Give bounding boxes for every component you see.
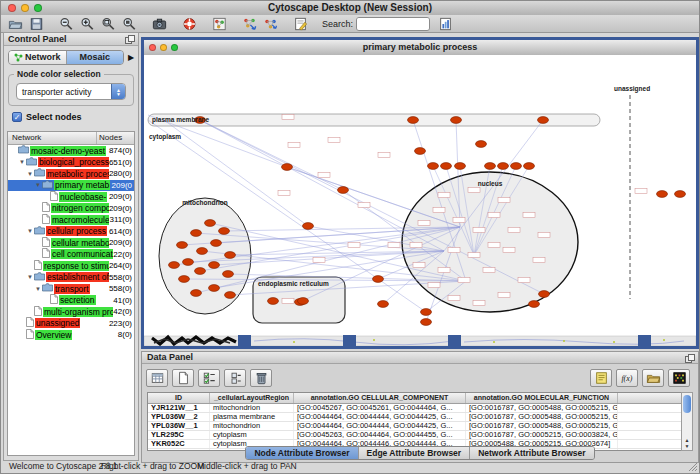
node-color-selection-group: Node color selection transporter activit… <box>8 74 134 106</box>
network-label: macromolecule <box>51 215 109 225</box>
matrix-icon[interactable] <box>668 369 690 387</box>
tree-row[interactable]: Overview8(0) <box>8 329 134 341</box>
table-row[interactable]: YJR121W__1mitochondrion[GO:0045267, GO:0… <box>148 404 682 413</box>
tree-row[interactable]: cell communicat22(0) <box>8 249 134 261</box>
function-icon[interactable]: f(x) <box>616 369 638 387</box>
column-header[interactable]: ID <box>148 393 210 403</box>
browser-tabs: Node Attribute BrowserEdge Attribute Bro… <box>142 446 698 460</box>
column-header[interactable]: annotation.GO CELLULAR_COMPONENT <box>294 393 466 403</box>
help-icon[interactable] <box>180 16 199 32</box>
attribute-pair-icon[interactable] <box>224 369 246 387</box>
save-icon[interactable] <box>27 16 46 32</box>
svg-text:plasma membrane: plasma membrane <box>152 116 209 124</box>
node-count: 8(0) <box>118 330 134 339</box>
tree-row[interactable]: ▼establishment of lo558(0) <box>8 272 134 284</box>
tree-row[interactable]: response to stimul264(0) <box>8 260 134 272</box>
disclosure-triangle-icon[interactable]: ▼ <box>26 228 34 234</box>
import-folder-icon[interactable] <box>642 369 664 387</box>
attribute-checklist-icon[interactable] <box>198 369 220 387</box>
network-view-title: primary metabolic process <box>144 42 696 52</box>
tree-row[interactable]: ▼transport558(0) <box>8 283 134 295</box>
attribute-browser-icon[interactable] <box>436 16 455 32</box>
network-label: nucleobase- <box>59 192 107 202</box>
tree-row[interactable]: secretion41(0) <box>8 295 134 307</box>
delete-attribute-icon[interactable] <box>250 369 272 387</box>
tree-row[interactable]: ▼primary metab209(0 <box>8 180 134 192</box>
data-panel-toolbar: f(x) <box>146 368 694 388</box>
more-tabs-icon[interactable]: ▶ <box>126 53 136 62</box>
tab-network-attribute-browser[interactable]: Network Attribute Browser <box>470 447 593 459</box>
select-attributes-icon[interactable] <box>146 369 168 387</box>
network-label: unassigned <box>35 318 80 328</box>
tree-row[interactable]: ▼biological_process651(0) <box>8 157 134 169</box>
network-label: secretion <box>59 295 96 305</box>
search-combobox[interactable]: ▾ <box>356 17 430 31</box>
network-label: transport <box>54 284 90 294</box>
folder-icon <box>42 180 53 191</box>
tree-row[interactable]: multi-organism pro42(0) <box>8 306 134 318</box>
open-icon[interactable] <box>6 16 25 32</box>
disclosure-triangle-icon[interactable]: ▼ <box>26 171 34 177</box>
table-row[interactable]: YLR295Ccytoplasm[GO:0045263, GO:0044464,… <box>148 431 682 440</box>
table-scrollbar[interactable]: ▲▼ <box>681 392 693 451</box>
layout-network-icon[interactable] <box>240 16 259 32</box>
layout-arrange-icon[interactable] <box>261 16 280 32</box>
network-label: biological_process <box>38 157 109 167</box>
table-cell: [GO:0045267, GO:0045261, GO:0044464, G..… <box>294 404 466 412</box>
tree-column-nodes[interactable]: Nodes <box>97 132 134 144</box>
tab-network[interactable]: Network <box>9 51 67 64</box>
tab-node-attribute-browser[interactable]: Node Attribute Browser <box>246 447 358 459</box>
disclosure-triangle-icon[interactable]: ▼ <box>18 159 26 165</box>
window-titlebar[interactable]: Cytoscape Desktop (New Session) <box>1 1 699 16</box>
network-canvas[interactable]: plasma membranecytoplasmmitochondrionnuc… <box>144 55 696 346</box>
create-attribute-icon[interactable] <box>172 369 194 387</box>
tree-row[interactable]: ▼metabolic process280(0) <box>8 168 134 180</box>
vizmapper-icon[interactable] <box>210 16 229 32</box>
table-row[interactable]: YPL036W__2plasma membrane[GO:0044464, GO… <box>148 413 682 422</box>
node-color-dropdown[interactable]: transporter activity ▲▼ <box>16 83 126 100</box>
network-label: cell communicat <box>51 249 113 259</box>
tree-row[interactable]: macromolecule311(0) <box>8 214 134 226</box>
zoom-selected-icon[interactable] <box>120 16 139 32</box>
zoom-fit-icon[interactable] <box>99 16 118 32</box>
tree-row[interactable]: nitrogen compo209(0) <box>8 203 134 215</box>
network-label: cellular metabo <box>51 238 109 248</box>
resize-grip[interactable] <box>688 462 698 472</box>
network-label: mosaic-demo-yeast <box>30 146 106 156</box>
tree-row[interactable]: mosaic-demo-yeast874(0) <box>8 145 134 157</box>
table-cell: YJR121W__1 <box>148 404 210 412</box>
float-panel-icon[interactable] <box>125 35 135 44</box>
disclosure-triangle-icon[interactable]: ▼ <box>34 286 42 292</box>
table-cell: [GO:0016787, GO:0005488, GO:0005215, G..… <box>466 422 618 430</box>
column-header[interactable]: annotation.GO MOLECULAR_FUNCTION <box>466 393 618 403</box>
tree-row[interactable]: unassigned223(0) <box>8 318 134 330</box>
notes-icon[interactable] <box>590 369 612 387</box>
table-row[interactable]: YPL036W__1mitochondrion[GO:0044464, GO:0… <box>148 422 682 431</box>
annotation-icon[interactable] <box>291 16 310 32</box>
snapshot-icon[interactable] <box>150 16 169 32</box>
network-label: cellular process <box>46 226 107 236</box>
tab-edge-attribute-browser[interactable]: Edge Attribute Browser <box>359 447 471 459</box>
search-input[interactable] <box>357 18 430 30</box>
tab-mosaic[interactable]: Mosaic <box>67 51 124 64</box>
zoom-in-icon[interactable] <box>78 16 97 32</box>
select-nodes-label: Select nodes <box>26 112 82 122</box>
column-header[interactable]: _cellularLayoutRegion <box>210 393 294 403</box>
disclosure-triangle-icon[interactable]: ▼ <box>26 274 34 280</box>
table-cell: YPL036W__1 <box>148 422 210 430</box>
tree-row[interactable]: cellular metabo209(0) <box>8 237 134 249</box>
select-nodes-checkbox[interactable]: ✓ <box>12 112 22 122</box>
scrollbar-thumb[interactable] <box>683 395 691 413</box>
node-count: 311(0) <box>109 215 134 224</box>
tree-row[interactable]: ▼cellular process614(0) <box>8 226 134 238</box>
float-data-panel-icon[interactable] <box>685 354 695 363</box>
network-frame-titlebar[interactable]: primary metabolic process <box>144 40 696 56</box>
disclosure-triangle-icon[interactable]: ▼ <box>34 182 42 188</box>
svg-text:unassigned: unassigned <box>614 85 650 93</box>
tree-column-network[interactable]: Network <box>8 132 97 144</box>
zoom-out-icon[interactable] <box>57 16 76 32</box>
tree-row[interactable]: nucleobase-209(0) <box>8 191 134 203</box>
status-zoom-hint: Right-click + drag to ZOOM <box>101 461 204 471</box>
network-tab-icon <box>14 53 23 62</box>
node-count: 22(0) <box>113 250 134 259</box>
